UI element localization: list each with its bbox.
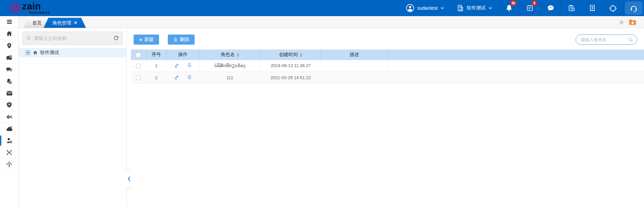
calendar-button[interactable]: 8	[519, 0, 540, 16]
select-all-checkbox[interactable]	[136, 53, 141, 57]
sidebar-item-modules[interactable]	[0, 159, 18, 170]
sidebar-item-monitoring[interactable]	[0, 40, 18, 52]
receipt-yen-icon	[588, 4, 596, 12]
tab-role-label: 角色管理	[52, 18, 71, 28]
network-nodes-icon	[6, 149, 13, 156]
notifications-button[interactable]: 36	[498, 0, 519, 16]
cloud-signal-icon	[6, 125, 13, 133]
user-menu[interactable]: sudantest	[400, 0, 450, 16]
tree-node-label: 软件测试	[40, 50, 59, 56]
sidebar-item-home[interactable]	[0, 28, 18, 40]
zain-logo: zain BUSINESS	[9, 2, 50, 14]
chat-icon	[547, 4, 555, 12]
company-menu[interactable]: 软件测试	[451, 0, 498, 16]
header-role-label: 角色名	[221, 52, 235, 57]
search-icon[interactable]	[628, 37, 634, 43]
sidebar-item-tracking[interactable]	[0, 52, 18, 63]
truck-icon	[6, 66, 13, 73]
cell-role-name: ບໍລິສັດທີກ່ຽວຂ້ອງ	[199, 60, 260, 72]
plugins-button[interactable]	[602, 0, 623, 16]
company-home-icon	[33, 50, 38, 55]
sidebar-item-network[interactable]	[0, 147, 18, 158]
sidebar-item-iot[interactable]	[0, 123, 18, 135]
shield-icon	[6, 101, 13, 108]
header-description: 描述	[321, 50, 388, 60]
sidebar-item-menu[interactable]	[0, 16, 18, 28]
refresh-icon[interactable]	[113, 35, 119, 41]
role-search-input[interactable]	[581, 37, 628, 42]
sidebar-item-vehicles[interactable]	[0, 64, 18, 75]
home-icon	[6, 30, 13, 37]
role-management-content: + 新建 删除 序号 操作 角色	[131, 29, 644, 207]
expand-plus-icon[interactable]: +	[26, 50, 30, 55]
chevron-down-icon	[440, 5, 445, 11]
delete-icon[interactable]	[187, 74, 192, 80]
sidebar-item-settings[interactable]	[0, 111, 18, 123]
company-tree-panel: + 软件测试	[19, 29, 127, 207]
sidebar-item-alert-reports[interactable]	[0, 75, 18, 87]
chevron-down-icon	[488, 5, 493, 11]
cell-description	[321, 72, 388, 84]
close-icon[interactable]: ✕	[74, 18, 77, 28]
cell-no: 2	[146, 72, 166, 84]
sort-icon[interactable]	[237, 53, 239, 57]
company-search-input[interactable]	[34, 36, 110, 41]
camera-icon	[6, 42, 13, 49]
support-button[interactable]	[623, 0, 644, 16]
tree-node-company[interactable]: + 软件测试	[19, 48, 126, 57]
favorite-star-icon[interactable]	[618, 18, 625, 26]
sidebar-item-user-roles[interactable]	[0, 135, 18, 147]
alert-report-icon	[6, 78, 13, 85]
company-search-box	[22, 32, 123, 45]
topbar: zain BUSINESS sudantest 软件测	[0, 0, 644, 16]
user-settings-icon	[6, 137, 13, 144]
header-created-time[interactable]: 创建时间	[260, 50, 321, 60]
tab-home-label: 首页	[32, 20, 42, 25]
chevron-left-icon	[128, 176, 131, 181]
header-created-label: 创建时间	[279, 52, 298, 57]
header-role-name[interactable]: 角色名	[199, 50, 260, 60]
row-checkbox[interactable]	[136, 75, 141, 80]
delete-button-label: 删除	[180, 37, 189, 43]
puzzle-icon	[609, 4, 617, 12]
table-row: 1 ບໍລິສັດທີກ່ຽວຂ້ອງ	[131, 60, 644, 72]
favorites-folder-icon[interactable]	[629, 18, 637, 26]
report-clock-icon	[567, 4, 576, 12]
username: sudantest	[417, 5, 438, 11]
table-row: 2 111 2021-03-29	[131, 72, 644, 84]
row-checkbox[interactable]	[136, 64, 141, 68]
delete-role-button[interactable]: 删除	[168, 35, 195, 45]
report-schedule-button[interactable]	[561, 0, 582, 16]
plus-icon: +	[139, 37, 142, 43]
side-rail	[0, 16, 19, 207]
menu-icon	[6, 18, 13, 25]
messages-button[interactable]	[540, 0, 561, 16]
tab-bar: 首页 角色管理 ✕	[19, 16, 644, 28]
sort-icon[interactable]	[300, 53, 302, 57]
cell-created-time: 2024-06-13 11:36:27	[260, 60, 321, 72]
new-role-button[interactable]: + 新建	[134, 35, 159, 45]
modules-icon	[6, 161, 13, 168]
search-icon	[26, 36, 31, 41]
calendar-badge: 8	[532, 1, 537, 6]
tab-role-management[interactable]: 角色管理 ✕	[44, 18, 86, 28]
header-operations: 操作	[166, 50, 199, 60]
map-location-icon	[6, 54, 13, 61]
roles-table: 序号 操作 角色名 创建时间 描述 1	[131, 49, 644, 84]
cell-no: 1	[146, 60, 166, 72]
settings-list-icon	[6, 113, 13, 120]
brand-sub: BUSINESS	[30, 11, 50, 14]
billing-button[interactable]	[582, 0, 602, 16]
new-button-label: 新建	[144, 37, 154, 43]
sidebar-item-security[interactable]	[0, 99, 18, 111]
sidebar-item-mail[interactable]	[0, 87, 18, 99]
headset-icon	[630, 4, 638, 12]
edit-icon[interactable]	[174, 62, 180, 68]
notifications-badge: 36	[510, 1, 516, 6]
building-icon	[456, 4, 464, 12]
company-name: 软件测试	[467, 5, 486, 11]
avatar-icon	[406, 4, 414, 12]
edit-icon[interactable]	[174, 74, 180, 80]
role-search-box	[576, 35, 637, 45]
delete-icon[interactable]	[187, 62, 192, 68]
